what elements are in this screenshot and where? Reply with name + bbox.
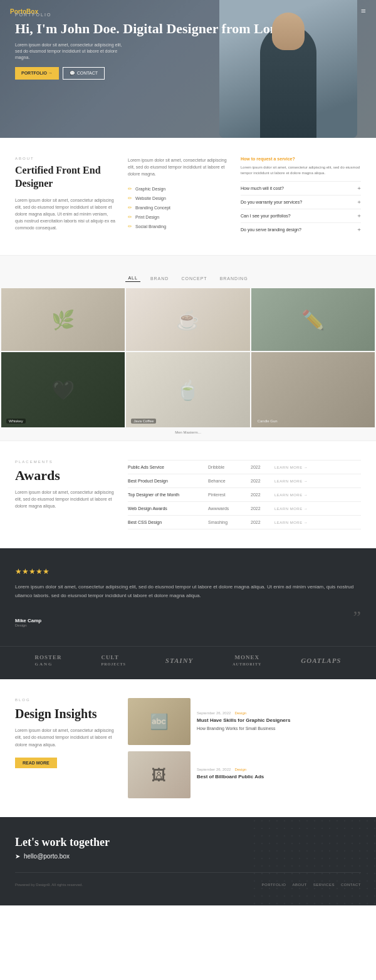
- footer-nav: PORTFOLIO ABOUT SERVICES CONTACT: [261, 883, 361, 887]
- insights-description: Lorem ipsum dolor sit amet, consectetur …: [15, 727, 115, 748]
- footer-section: Let's work together ➤ hello@porto.box Po…: [0, 817, 376, 905]
- plant-icon: 🌿: [51, 309, 75, 331]
- list-item: Branding Concept: [128, 203, 228, 212]
- hero-section: PortoBox ≡ PORTFOLIO Hi, I'm John Doe. D…: [0, 0, 376, 138]
- award-row: Top Designer of the Month Pinterest 2022…: [128, 487, 361, 501]
- learn-more-link[interactable]: LEARN MORE: [274, 466, 308, 469]
- quote-icon: ”: [353, 607, 361, 627]
- expand-icon[interactable]: +: [357, 185, 361, 192]
- portfolio-labels-row: Men Masterm...: [0, 429, 376, 440]
- insights-right: 🔤 September 26, 2022 Design Must Have Sk…: [128, 698, 361, 798]
- portfolio-label: Whiskey: [6, 419, 26, 424]
- faq-item[interactable]: Do you serve branding design? +: [241, 222, 361, 236]
- filter-all[interactable]: ALL: [125, 274, 140, 282]
- awards-description: Lorem ipsum dolor sit amet, consectetur …: [15, 489, 115, 510]
- client-logo: ROSTERgang: [34, 654, 61, 667]
- insight-card[interactable]: 🖼 September 26, 2022 Design Best of Bill…: [128, 751, 361, 798]
- insight-date: September 26, 2022: [197, 711, 231, 715]
- about-faq: How to request a service? Lorem ipsum do…: [241, 157, 361, 236]
- testimonial-section: ★★★★★ Lorem ipsum dolor sit amet, consec…: [0, 548, 376, 646]
- portfolio-item[interactable]: Candle Gun: [251, 352, 375, 427]
- awards-table: Public Ads Service Dribbble 2022 LEARN M…: [128, 460, 361, 529]
- list-item: Social Branding: [128, 222, 228, 231]
- about-description: Lorem ipsum dolor sit amet, consectetur …: [15, 197, 115, 232]
- footer-content: Let's work together ➤ hello@porto.box Po…: [15, 836, 361, 887]
- filter-brand[interactable]: BRAND: [148, 274, 172, 282]
- insight-tag: Design: [234, 711, 246, 715]
- awards-section-label: PLACEMENTS: [15, 460, 115, 464]
- learn-more-link[interactable]: LEARN MORE: [274, 493, 308, 497]
- insights-left: BLOG Design Insights Lorem ipsum dolor s…: [15, 698, 115, 798]
- insights-title: Design Insights: [15, 706, 115, 722]
- testimonial-author: Mike Camp Design ”: [15, 607, 361, 627]
- awards-title: Awards: [15, 467, 115, 484]
- list-item: Website Design: [128, 194, 228, 203]
- faq-desc: Lorem ipsum dolor sit amet, consectetur …: [241, 165, 361, 176]
- coffee-icon: ☕: [176, 309, 199, 331]
- portfolio-item[interactable]: 🖤 Whiskey: [1, 352, 125, 427]
- portfolio-section: ALL BRAND CONCEPT BRANDING 🌿 ☕ ✏️ 🖤 Whis…: [0, 256, 376, 440]
- filter-concept[interactable]: CONCEPT: [179, 274, 209, 282]
- insight-cards: 🔤 September 26, 2022 Design Must Have Sk…: [128, 698, 361, 798]
- filter-branding[interactable]: BRANDING: [217, 274, 251, 282]
- awards-section: PLACEMENTS Awards Lorem ipsum dolor sit …: [0, 441, 376, 548]
- expand-icon[interactable]: +: [357, 212, 361, 219]
- footer-nav-portfolio[interactable]: PORTFOLIO: [261, 883, 286, 887]
- portfolio-item[interactable]: 🍵 Java Coffee: [126, 352, 249, 427]
- about-left: ABOUT Certified Front End Designer Lorem…: [15, 157, 115, 236]
- portfolio-thumb-2: ☕: [126, 288, 249, 351]
- awards-layout: PLACEMENTS Awards Lorem ipsum dolor sit …: [15, 460, 361, 529]
- faq-item[interactable]: Do you warranty your services? +: [241, 195, 361, 209]
- portfolio-grid: 🌿 ☕ ✏️ 🖤 Whiskey 🍵 Java Coffee: [0, 288, 376, 429]
- faq-item[interactable]: Can I see your portfolios? +: [241, 209, 361, 222]
- contact-button[interactable]: 💬 CONTACT: [63, 67, 105, 80]
- portfolio-item[interactable]: ✏️: [251, 288, 375, 351]
- expand-icon[interactable]: +: [357, 226, 361, 233]
- insight-tag: Design: [234, 768, 246, 771]
- portfolio-item[interactable]: 🌿: [1, 288, 125, 351]
- faq-item[interactable]: How much will it cost? +: [241, 181, 361, 195]
- hat-icon: 🖤: [51, 379, 75, 401]
- portfolio-label: Candle Gun: [255, 419, 280, 424]
- client-logo: CULTPROJECTS: [101, 654, 125, 667]
- chat-icon: 💬: [70, 71, 75, 76]
- footer-divider: [15, 872, 361, 873]
- footer-nav-about[interactable]: ABOUT: [293, 883, 307, 887]
- about-label: ABOUT: [15, 157, 115, 160]
- read-more-button[interactable]: READ MORE: [15, 758, 57, 768]
- rating-stars: ★★★★★: [15, 567, 361, 576]
- award-row: Best CSS Design Smashing 2022 LEARN MORE: [128, 515, 361, 529]
- insights-section-label: BLOG: [15, 698, 115, 702]
- client-logo: MONEXAuthority: [232, 654, 261, 667]
- learn-more-link[interactable]: LEARN MORE: [274, 479, 308, 483]
- hero-description: Lorem ipsum dolor sit amet, consectetur …: [15, 42, 128, 60]
- footer-nav-contact[interactable]: CONTACT: [341, 883, 361, 887]
- portfolio-button[interactable]: PORTFOLIO →: [15, 67, 59, 80]
- services-list: Graphic Design Website Design Branding C…: [128, 184, 228, 231]
- learn-more-link[interactable]: LEARN MORE: [274, 507, 308, 511]
- portfolio-item-label: [1, 429, 126, 434]
- insight-thumb-1: 🔤: [128, 698, 191, 745]
- email-text: hello@porto.box: [24, 853, 70, 860]
- insight-meta: September 26, 2022 Design: [197, 711, 290, 715]
- insight-date: September 26, 2022: [197, 768, 231, 771]
- portfolio-item[interactable]: ☕: [126, 288, 249, 351]
- about-title: Certified Front End Designer: [15, 164, 115, 190]
- hamburger-icon[interactable]: ≡: [361, 6, 366, 16]
- insight-post-title: Must Have Skills for Graphic Designers: [197, 717, 290, 724]
- hero-content: PORTFOLIO Hi, I'm John Doe. Digital Desi…: [15, 13, 303, 80]
- footer-email[interactable]: ➤ hello@porto.box: [15, 853, 361, 860]
- expand-icon[interactable]: +: [357, 199, 361, 206]
- send-icon: ➤: [15, 853, 20, 860]
- hero-subtitle: PORTFOLIO: [15, 13, 303, 17]
- award-row: Public Ads Service Dribbble 2022 LEARN M…: [128, 460, 361, 474]
- insight-post-subtitle: How Branding Works for Small Business: [197, 726, 290, 732]
- award-row: Best Product Design Behance 2022 LEARN M…: [128, 474, 361, 487]
- faq-title: How to request a service?: [241, 157, 361, 161]
- learn-more-link[interactable]: LEARN MORE: [274, 521, 308, 524]
- insight-card[interactable]: 🔤 September 26, 2022 Design Must Have Sk…: [128, 698, 361, 745]
- footer-nav-services[interactable]: SERVICES: [313, 883, 335, 887]
- list-item: Graphic Design: [128, 184, 228, 194]
- insight-info: September 26, 2022 Design Best of Billbo…: [197, 751, 264, 798]
- footer-copyright: Powered by Design9. All rights reserved.: [15, 883, 83, 887]
